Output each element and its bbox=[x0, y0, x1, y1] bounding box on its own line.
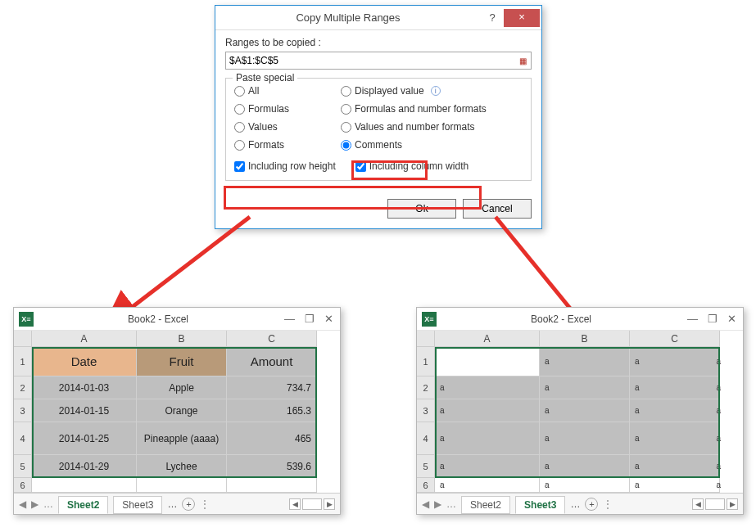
cell[interactable]: aa bbox=[630, 347, 720, 376]
cell[interactable]: 2014-01-29 bbox=[32, 455, 137, 478]
cell[interactable]: 2014-01-03 bbox=[32, 376, 137, 399]
scroll-left-icon[interactable]: ◀ bbox=[289, 498, 301, 510]
tab-nav-prev-icon[interactable]: ◀ bbox=[422, 498, 429, 510]
cell[interactable]: 2014-01-15 bbox=[32, 399, 137, 422]
close-window-button[interactable]: ✕ bbox=[727, 313, 736, 325]
cancel-button[interactable]: Cancel bbox=[463, 199, 532, 219]
cell[interactable]: aa bbox=[630, 376, 720, 399]
cell[interactable] bbox=[435, 347, 540, 376]
cell[interactable]: Lychee bbox=[137, 455, 227, 478]
scroll-track[interactable] bbox=[302, 498, 322, 510]
cell[interactable]: a bbox=[540, 376, 630, 399]
cell[interactable]: a bbox=[540, 478, 630, 493]
row-header[interactable]: 3 bbox=[14, 399, 32, 422]
row-header[interactable]: 6 bbox=[417, 478, 435, 493]
cell[interactable]: Amount bbox=[227, 347, 317, 376]
col-header-a[interactable]: A bbox=[435, 331, 540, 347]
cell[interactable] bbox=[32, 478, 137, 493]
cell[interactable]: 165.3 bbox=[227, 399, 317, 422]
cell[interactable]: a bbox=[540, 455, 630, 478]
window-titlebar[interactable]: X≡ Book2 - Excel — ❐ ✕ bbox=[417, 308, 743, 331]
row-header[interactable]: 2 bbox=[417, 376, 435, 399]
close-window-button[interactable]: ✕ bbox=[324, 313, 333, 325]
scroll-right-icon[interactable]: ▶ bbox=[324, 498, 335, 510]
cell[interactable]: Orange bbox=[137, 399, 227, 422]
col-header-a[interactable]: A bbox=[32, 331, 137, 347]
row-header[interactable]: 4 bbox=[14, 422, 32, 455]
check-including-column-width[interactable]: Including column width bbox=[355, 160, 469, 172]
tab-nav-ellipsis[interactable]: … bbox=[167, 498, 177, 510]
cell[interactable] bbox=[137, 478, 227, 493]
scroll-left-icon[interactable]: ◀ bbox=[692, 498, 704, 510]
scroll-track[interactable] bbox=[705, 498, 725, 510]
add-sheet-button[interactable]: + bbox=[182, 498, 195, 511]
cell[interactable]: a bbox=[435, 478, 540, 493]
cell[interactable]: Fruit bbox=[137, 347, 227, 376]
cell[interactable]: Date bbox=[32, 347, 137, 376]
scroll-right-icon[interactable]: ▶ bbox=[727, 498, 738, 510]
radio-formulas-number-formats[interactable]: Formulas and number formats bbox=[341, 103, 523, 115]
select-all-corner[interactable] bbox=[14, 331, 32, 347]
help-button[interactable]: ? bbox=[481, 11, 504, 24]
tab-sheet3[interactable]: Sheet3 bbox=[113, 496, 162, 514]
cell[interactable]: a bbox=[540, 347, 630, 376]
col-header-b[interactable]: B bbox=[137, 331, 227, 347]
tab-sheet2[interactable]: Sheet2 bbox=[461, 496, 510, 514]
restore-button[interactable]: ❐ bbox=[305, 313, 315, 325]
row-header[interactable]: 6 bbox=[14, 478, 32, 493]
cell[interactable]: aa bbox=[630, 422, 720, 455]
row-header[interactable]: 1 bbox=[417, 347, 435, 376]
row-header[interactable]: 5 bbox=[417, 455, 435, 478]
row-header[interactable]: 4 bbox=[417, 422, 435, 455]
cell[interactable]: a bbox=[540, 422, 630, 455]
col-header-c[interactable]: C bbox=[227, 331, 317, 347]
row-header[interactable]: 3 bbox=[417, 399, 435, 422]
cell[interactable]: a bbox=[435, 422, 540, 455]
cell[interactable]: a bbox=[435, 455, 540, 478]
dialog-titlebar[interactable]: Copy Multiple Ranges ? × bbox=[215, 6, 541, 30]
row-header[interactable]: 2 bbox=[14, 376, 32, 399]
cell[interactable]: aa bbox=[630, 455, 720, 478]
radio-formats[interactable]: Formats bbox=[234, 139, 333, 151]
cell[interactable]: aa bbox=[630, 478, 720, 493]
tab-nav-ellipsis[interactable]: … bbox=[570, 498, 580, 510]
cell[interactable]: a bbox=[540, 399, 630, 422]
col-header-b[interactable]: B bbox=[540, 331, 630, 347]
tab-nav-next-icon[interactable]: ▶ bbox=[31, 498, 38, 510]
cell[interactable]: 2014-01-25 bbox=[32, 422, 137, 455]
horizontal-scroll[interactable]: ◀ ▶ bbox=[289, 498, 335, 510]
cell[interactable]: a bbox=[435, 376, 540, 399]
radio-comments[interactable]: Comments bbox=[341, 139, 523, 151]
col-header-c[interactable]: C bbox=[630, 331, 720, 347]
row-header[interactable]: 1 bbox=[14, 347, 32, 376]
restore-button[interactable]: ❐ bbox=[708, 313, 718, 325]
close-button[interactable]: × bbox=[504, 9, 540, 27]
cell[interactable]: 465 bbox=[227, 422, 317, 455]
ok-button[interactable]: Ok bbox=[387, 199, 456, 219]
radio-values[interactable]: Values bbox=[234, 121, 333, 133]
minimize-button[interactable]: — bbox=[687, 313, 698, 325]
tab-nav-next-icon[interactable]: ▶ bbox=[434, 498, 441, 510]
tab-nav-ellipsis[interactable]: … bbox=[43, 498, 53, 510]
window-titlebar[interactable]: X≡ Book2 - Excel — ❐ ✕ bbox=[14, 308, 340, 331]
info-icon[interactable]: i bbox=[431, 86, 441, 96]
cell[interactable]: 539.6 bbox=[227, 455, 317, 478]
row-header[interactable]: 5 bbox=[14, 455, 32, 478]
tab-sheet2[interactable]: Sheet2 bbox=[58, 496, 108, 514]
minimize-button[interactable]: — bbox=[284, 313, 295, 325]
range-input[interactable] bbox=[226, 55, 514, 66]
add-sheet-button[interactable]: + bbox=[585, 498, 598, 511]
radio-displayed-value[interactable]: Displayed valuei bbox=[341, 85, 523, 97]
cell[interactable]: aa bbox=[630, 399, 720, 422]
tab-nav-ellipsis[interactable]: … bbox=[446, 498, 456, 510]
range-picker-icon[interactable]: ▦ bbox=[514, 52, 531, 69]
select-all-corner[interactable] bbox=[417, 331, 435, 347]
cell[interactable]: 734.7 bbox=[227, 376, 317, 399]
radio-values-number-formats[interactable]: Values and number formats bbox=[341, 121, 523, 133]
horizontal-scroll[interactable]: ◀ ▶ bbox=[692, 498, 738, 510]
tab-sheet3[interactable]: Sheet3 bbox=[515, 496, 565, 514]
cell[interactable]: a bbox=[435, 399, 540, 422]
tab-nav-prev-icon[interactable]: ◀ bbox=[19, 498, 26, 510]
cell[interactable] bbox=[227, 478, 317, 493]
radio-all[interactable]: All bbox=[234, 85, 333, 97]
